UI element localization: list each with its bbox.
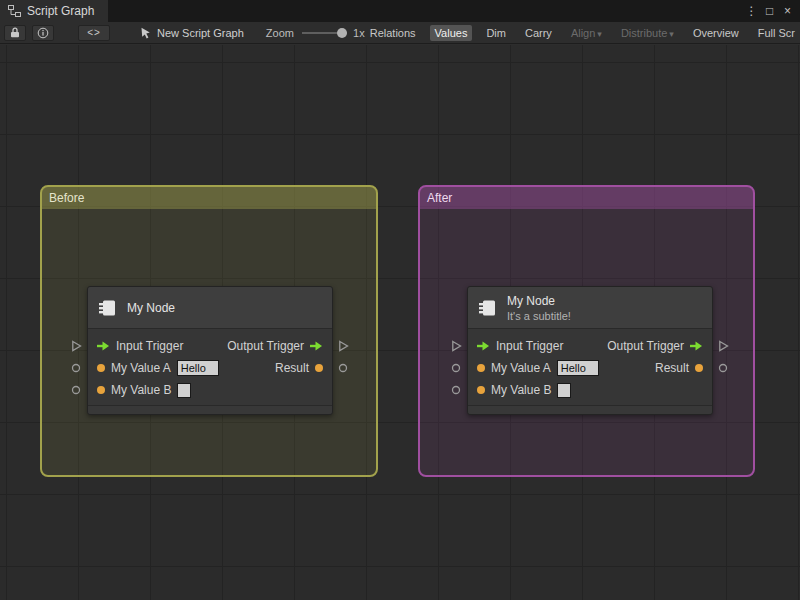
value-b-label: My Value B	[491, 383, 551, 397]
output-trigger-label: Output Trigger	[227, 339, 304, 353]
info-icon	[37, 27, 49, 39]
value-a-port-icon[interactable]	[451, 363, 461, 373]
trigger-arrow-icon[interactable]	[690, 341, 703, 351]
lock-button[interactable]	[4, 25, 26, 41]
node-footer	[468, 405, 712, 414]
chevron-down-icon: ▾	[669, 29, 674, 39]
node-my-node-before[interactable]: My Node Input Trigger Output Trigger	[87, 286, 333, 415]
node-type-icon	[98, 298, 118, 318]
value-b-row: My Value B	[468, 379, 712, 401]
trigger-arrow-icon[interactable]	[477, 341, 490, 351]
external-input-ports	[70, 286, 82, 416]
node-header[interactable]: My Node	[88, 287, 332, 329]
tab-script-graph[interactable]: Script Graph	[0, 0, 108, 22]
zoom-value: 1x	[353, 27, 365, 39]
group-after-title: After	[427, 191, 452, 205]
graph-toolbar: <> New Script Graph Zoom 1x Relations Va…	[0, 22, 800, 44]
output-trigger-label: Output Trigger	[607, 339, 684, 353]
value-b-row: My Value B	[88, 379, 332, 401]
window-menu-icon[interactable]: ⋮	[744, 4, 759, 18]
external-output-ports	[338, 286, 350, 416]
input-trigger-port-icon[interactable]	[451, 340, 462, 352]
graph-canvas[interactable]: Before After	[0, 45, 800, 600]
node-type-icon	[478, 298, 498, 318]
result-port-icon[interactable]	[695, 364, 703, 372]
output-trigger-port-icon[interactable]	[338, 340, 349, 352]
node-header[interactable]: My Node It's a subtitle!	[468, 287, 712, 329]
trigger-row: Input Trigger Output Trigger	[88, 335, 332, 357]
result-label: Result	[275, 361, 309, 375]
zoom-label: Zoom	[266, 27, 294, 39]
value-a-row: My Value A Result	[88, 357, 332, 379]
result-label: Result	[655, 361, 689, 375]
output-trigger-port-icon[interactable]	[718, 340, 729, 352]
group-before-title: Before	[49, 191, 84, 205]
node-title: My Node	[507, 294, 571, 308]
value-a-input[interactable]	[557, 360, 599, 376]
node-footer	[88, 405, 332, 414]
chevron-down-icon: ▾	[597, 29, 602, 39]
value-port-icon[interactable]	[477, 386, 485, 394]
carry-toggle[interactable]: Carry	[520, 25, 557, 41]
value-a-label: My Value A	[111, 361, 171, 375]
value-b-input[interactable]	[557, 383, 571, 398]
dim-toggle[interactable]: Dim	[481, 25, 511, 41]
trigger-row: Input Trigger Output Trigger	[468, 335, 712, 357]
result-port-icon[interactable]	[718, 363, 728, 373]
input-trigger-label: Input Trigger	[116, 339, 183, 353]
value-a-label: My Value A	[491, 361, 551, 375]
window-tab-bar: Script Graph ⋮ □ ×	[0, 0, 800, 22]
value-a-port-icon[interactable]	[71, 363, 81, 373]
external-output-ports	[718, 286, 730, 416]
value-b-port-icon[interactable]	[451, 385, 461, 395]
graph-asset-icon	[140, 27, 151, 39]
group-before-header[interactable]: Before	[42, 187, 376, 209]
value-a-input[interactable]	[177, 360, 219, 376]
input-trigger-port-icon[interactable]	[71, 340, 82, 352]
tab-title: Script Graph	[27, 4, 94, 18]
node-my-node-after[interactable]: My Node It's a subtitle! Input Trigger O…	[467, 286, 713, 415]
value-a-row: My Value A Result	[468, 357, 712, 379]
values-toggle[interactable]: Values	[430, 25, 473, 41]
align-dropdown[interactable]: Align▾	[566, 25, 607, 41]
distribute-label: Distribute	[621, 27, 667, 39]
code-view-button[interactable]: <>	[78, 25, 110, 41]
align-label: Align	[571, 27, 595, 39]
node-port-rows: Input Trigger Output Trigger My Value A	[88, 329, 332, 405]
value-b-input[interactable]	[177, 383, 191, 398]
fullscreen-button[interactable]: Full Scr	[753, 25, 800, 41]
value-port-icon[interactable]	[97, 364, 105, 372]
lock-icon	[10, 27, 20, 38]
result-port-icon[interactable]	[338, 363, 348, 373]
info-button[interactable]	[32, 25, 54, 41]
external-input-ports	[450, 286, 462, 416]
result-port-icon[interactable]	[315, 364, 323, 372]
graph-asset-selector[interactable]: New Script Graph	[140, 27, 244, 39]
overview-button[interactable]: Overview	[688, 25, 744, 41]
graph-name-label: New Script Graph	[157, 27, 244, 39]
value-b-port-icon[interactable]	[71, 385, 81, 395]
value-port-icon[interactable]	[477, 364, 485, 372]
window-maximize-icon[interactable]: □	[762, 4, 777, 18]
script-graph-icon	[8, 5, 21, 17]
value-port-icon[interactable]	[97, 386, 105, 394]
input-trigger-label: Input Trigger	[496, 339, 563, 353]
zoom-slider-knob[interactable]	[337, 28, 347, 38]
relations-toggle[interactable]: Relations	[365, 25, 421, 41]
trigger-arrow-icon[interactable]	[97, 341, 110, 351]
node-assembly-before: My Node Input Trigger Output Trigger	[70, 286, 350, 416]
value-b-label: My Value B	[111, 383, 171, 397]
zoom-slider[interactable]	[302, 27, 347, 39]
node-subtitle: It's a subtitle!	[507, 310, 571, 322]
group-after-header[interactable]: After	[420, 187, 753, 209]
window-controls: ⋮ □ ×	[744, 0, 800, 22]
window-close-icon[interactable]: ×	[780, 4, 795, 18]
node-title: My Node	[127, 301, 175, 315]
distribute-dropdown[interactable]: Distribute▾	[616, 25, 679, 41]
trigger-arrow-icon[interactable]	[310, 341, 323, 351]
node-assembly-after: My Node It's a subtitle! Input Trigger O…	[450, 286, 730, 416]
node-port-rows: Input Trigger Output Trigger My Value A	[468, 329, 712, 405]
